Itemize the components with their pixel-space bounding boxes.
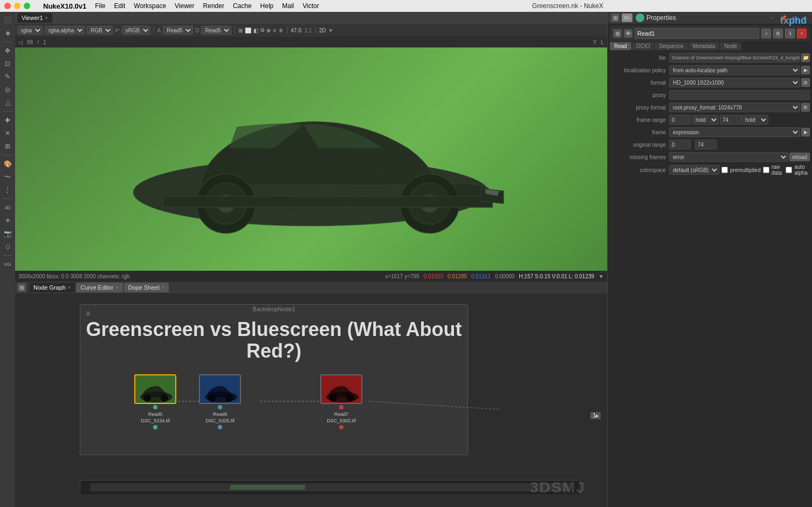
- viewer-canvas[interactable]: [15, 47, 607, 271]
- toolbar-light-btn[interactable]: ☀: [2, 215, 13, 227]
- proxy-input[interactable]: [669, 90, 810, 100]
- frame-range-hold-end[interactable]: hold: [741, 115, 768, 125]
- viewer-tab[interactable]: Viewer1 ×: [17, 13, 52, 23]
- proxy-format-select[interactable]: root.proxy_format: 1024x778: [669, 102, 800, 112]
- auto-alpha-check[interactable]: auto alpha: [786, 164, 810, 176]
- menu-file[interactable]: File: [95, 2, 105, 10]
- minimize-button[interactable]: [14, 3, 20, 9]
- viewer-more-btn[interactable]: ▼: [328, 28, 333, 33]
- toolbar-paint-btn[interactable]: ✎: [2, 71, 13, 83]
- props-minimize-btn[interactable]: −: [768, 13, 776, 22]
- menu-render[interactable]: Render: [203, 2, 224, 10]
- dopesheet-tab-close[interactable]: ×: [162, 285, 164, 290]
- node-name-input[interactable]: [635, 28, 759, 39]
- menu-edit[interactable]: Edit: [114, 2, 126, 10]
- maximize-button[interactable]: [24, 3, 30, 9]
- node-bookmark-btn[interactable]: ☆: [761, 29, 771, 38]
- proxy-format-btn[interactable]: ⊞: [801, 103, 810, 112]
- props-panel-btn[interactable]: ⊞: [611, 13, 620, 22]
- toolbar-viewer-btn[interactable]: ⬛: [2, 14, 13, 26]
- prop-tab-node[interactable]: Node: [720, 42, 741, 50]
- viewer-tab-close[interactable]: ×: [45, 15, 48, 20]
- alpha-select[interactable]: rgba.alpha: [45, 26, 85, 35]
- node-eye-btn[interactable]: 👁: [624, 29, 632, 38]
- toolbar-vg-btn[interactable]: VG: [2, 258, 13, 270]
- node-copy-btn[interactable]: ⊞: [773, 29, 783, 38]
- histogram-btn[interactable]: ≡: [273, 28, 276, 33]
- file-value[interactable]: Science of Greenscreen Keying/Blue-Scree…: [669, 53, 800, 63]
- read-node-blue[interactable]: Read6 DSC_5325.tif: [198, 374, 242, 430]
- menu-workspace[interactable]: Workspace: [134, 2, 166, 10]
- channel-select[interactable]: rgba: [17, 26, 43, 35]
- color-select[interactable]: RGB: [87, 26, 113, 35]
- menu-victor[interactable]: Victor: [302, 2, 319, 10]
- curveeditor-tab[interactable]: Curve Editor ×: [76, 283, 122, 292]
- split-btn[interactable]: ◧: [253, 28, 258, 33]
- dopesheet-tab[interactable]: Dope Sheet ×: [124, 283, 169, 292]
- mode-2d[interactable]: 2D: [319, 28, 326, 33]
- prop-tab-metadata[interactable]: Metadata: [689, 42, 720, 50]
- toolbar-grid-btn[interactable]: ⊞: [2, 140, 13, 152]
- original-range-end[interactable]: [695, 140, 717, 149]
- nodegraph-tab[interactable]: Node Graph ×: [29, 283, 75, 292]
- frame-range-hold-start[interactable]: hold: [692, 115, 719, 125]
- toolbar-camera-btn[interactable]: 📷: [2, 228, 13, 239]
- nodegraph-tab-close[interactable]: ×: [68, 285, 71, 290]
- prop-tab-read[interactable]: Read: [610, 42, 631, 50]
- toolbar-minus-btn[interactable]: ✕: [2, 127, 13, 139]
- toolbar-transform-btn[interactable]: ✥: [2, 45, 13, 57]
- overlay-btn[interactable]: ⊕: [266, 28, 271, 33]
- premultiplied-check[interactable]: premultiplied: [721, 167, 761, 173]
- frame-select[interactable]: expression: [669, 127, 800, 137]
- prop-tab-ocio[interactable]: OCIO: [632, 42, 655, 50]
- localization-btn[interactable]: ▶: [801, 66, 810, 74]
- format-btn[interactable]: ⊞: [801, 78, 810, 87]
- frame-btn[interactable]: ▶: [801, 128, 810, 136]
- raw-data-checkbox[interactable]: [763, 167, 769, 173]
- frame-range-end[interactable]: [720, 115, 741, 125]
- reload-btn[interactable]: reload: [789, 153, 810, 161]
- toolbar-color-btn[interactable]: 🎨: [2, 158, 13, 170]
- localization-select[interactable]: from auto-localize path: [669, 65, 800, 75]
- file-browse-btn[interactable]: 📁: [801, 53, 810, 62]
- format-select[interactable]: HD_1000 1922x1000: [669, 78, 800, 87]
- read-node-green[interactable]: Read5 DSC_5234.tif: [134, 374, 177, 430]
- curveeditor-tab-close[interactable]: ×: [115, 285, 118, 290]
- raw-data-check[interactable]: raw data: [763, 164, 784, 176]
- toolbar-roto-btn[interactable]: ◎: [2, 84, 13, 95]
- frame-range-start[interactable]: [669, 115, 691, 125]
- toolbar-shape-btn[interactable]: △: [2, 97, 13, 108]
- toolbar-curve-btn[interactable]: 〜: [2, 171, 13, 183]
- premultiplied-checkbox[interactable]: [721, 167, 728, 173]
- node-info-btn[interactable]: ℹ: [785, 29, 795, 38]
- prop-tab-sequence[interactable]: Sequence: [655, 42, 687, 50]
- roi-btn[interactable]: ⊞: [238, 28, 243, 33]
- menu-cache[interactable]: Cache: [233, 2, 252, 10]
- toolbar-crop-btn[interactable]: ⊡: [2, 58, 13, 70]
- menu-mail[interactable]: Mail: [282, 2, 294, 10]
- node-toggle-btn[interactable]: ⊕: [613, 29, 622, 38]
- nodegraph-panel-btn[interactable]: ⊞: [17, 283, 26, 292]
- input-d-select[interactable]: Read5: [201, 26, 231, 35]
- read-node-red[interactable]: Read7 DSC_5302.tif: [320, 374, 363, 430]
- pause-btn[interactable]: ⏸: [278, 28, 284, 33]
- original-range-start[interactable]: [669, 140, 691, 149]
- close-button[interactable]: [4, 3, 11, 9]
- colorspace-select[interactable]: sRGB: [122, 26, 150, 35]
- toolbar-node-btn[interactable]: ◈: [2, 27, 13, 39]
- ab-compare-btn[interactable]: ⧉: [260, 27, 264, 33]
- toolbar-geo-btn[interactable]: ◇: [2, 241, 13, 252]
- toolbar-add-btn[interactable]: ✚: [2, 114, 13, 126]
- viewer-expand-btn[interactable]: ▼: [598, 273, 604, 279]
- toolbar-3d-btn[interactable]: 3D: [2, 202, 13, 214]
- fullscreen-btn[interactable]: ⬜: [245, 28, 251, 33]
- nodegraph-canvas[interactable]: BackdropNode1 ≡ Greenscreen vs Bluescree…: [15, 293, 607, 507]
- node-close-btn[interactable]: ×: [797, 29, 807, 38]
- menu-viewer[interactable]: Viewer: [175, 2, 194, 10]
- missing-frames-select[interactable]: error: [669, 152, 788, 162]
- auto-alpha-checkbox[interactable]: [786, 167, 792, 173]
- toolbar-more-btn[interactable]: ⋮: [2, 184, 13, 196]
- input-a-select[interactable]: Read5: [163, 26, 193, 35]
- colorspace-select[interactable]: default (sRGB): [669, 165, 719, 175]
- menu-help[interactable]: Help: [260, 2, 274, 10]
